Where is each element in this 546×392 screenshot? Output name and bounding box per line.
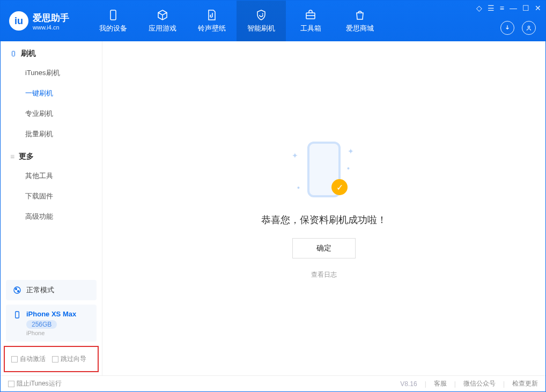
svg-point-6 [18, 291, 19, 292]
user-icon [525, 24, 533, 32]
success-message: 恭喜您，保资料刷机成功啦！ [261, 213, 387, 226]
tab-apps-games[interactable]: 应用游戏 [138, 1, 187, 41]
main-content: ✦ • ✦ • ✓ 恭喜您，保资料刷机成功啦！ 确定 查看日志 [102, 41, 545, 375]
nav-tabs: 我的设备 应用游戏 铃声壁纸 智能刷机 工具箱 爱思商城 [88, 1, 385, 41]
auto-activate-checkbox[interactable]: 自动激活 [11, 354, 46, 364]
titlebar-controls: ◇ ☰ ≡ — ☐ ✕ [476, 4, 541, 12]
device-mode-card[interactable]: 正常模式 [6, 280, 97, 300]
device-mode-label: 正常模式 [26, 285, 54, 295]
svg-point-2 [528, 26, 530, 28]
minimize-icon[interactable]: — [510, 4, 517, 12]
settings-icon[interactable]: ☰ [488, 4, 495, 12]
device-icon [107, 9, 120, 21]
shirt-icon[interactable]: ◇ [476, 4, 482, 12]
customer-service-link[interactable]: 客服 [434, 379, 447, 388]
device-small-icon [10, 50, 17, 57]
ok-button[interactable]: 确定 [292, 238, 356, 258]
toolbox-icon [304, 9, 317, 21]
tab-store[interactable]: 爱思商城 [335, 1, 385, 41]
sidebar-item-batch-flash[interactable]: 批量刷机 [1, 124, 102, 144]
sparkle-icon: • [347, 164, 350, 173]
version-label: V8.16 [400, 380, 417, 388]
download-icon [504, 24, 511, 32]
skip-guide-checkbox[interactable]: 跳过向导 [52, 354, 86, 364]
tab-smart-flash[interactable]: 智能刷机 [237, 1, 286, 41]
check-update-link[interactable]: 检查更新 [512, 379, 538, 388]
logo-area: iu 爱思助手 www.i4.cn [1, 11, 78, 31]
sidebar-item-other-tools[interactable]: 其他工具 [1, 166, 102, 186]
device-name: iPhone XS Max [26, 310, 76, 318]
sidebar: 刷机 iTunes刷机 一键刷机 专业刷机 批量刷机 ≡ 更多 其他工具 下载固… [1, 41, 102, 375]
shield-refresh-icon [255, 9, 268, 21]
highlighted-checkbox-row: 自动激活 跳过向导 [4, 346, 99, 372]
tab-toolbox[interactable]: 工具箱 [286, 1, 335, 41]
music-file-icon [205, 9, 218, 21]
sidebar-item-itunes-flash[interactable]: iTunes刷机 [1, 63, 102, 83]
tab-ringtones-wallpapers[interactable]: 铃声壁纸 [187, 1, 237, 41]
sidebar-item-oneclick-flash[interactable]: 一键刷机 [1, 83, 102, 103]
mode-icon [12, 285, 22, 295]
block-itunes-checkbox[interactable]: 阻止iTunes运行 [8, 379, 62, 388]
sidebar-item-advanced[interactable]: 高级功能 [1, 206, 102, 227]
account-button[interactable] [522, 21, 536, 35]
app-header: iu 爱思助手 www.i4.cn 我的设备 应用游戏 铃声壁纸 智能刷机 工具… [1, 1, 545, 41]
phone-icon [12, 310, 22, 320]
header-right-actions [500, 21, 536, 35]
sparkle-icon: • [297, 183, 300, 192]
maximize-icon[interactable]: ☐ [522, 4, 529, 12]
wechat-link[interactable]: 微信公众号 [463, 379, 496, 388]
sparkle-icon: ✦ [292, 151, 298, 160]
sidebar-group-flash: 刷机 [1, 41, 102, 63]
app-logo-icon: iu [9, 11, 28, 31]
svg-point-5 [16, 289, 17, 290]
sidebar-item-download-firmware[interactable]: 下载固件 [1, 186, 102, 206]
tab-my-device[interactable]: 我的设备 [88, 1, 138, 41]
app-subtitle: www.i4.cn [33, 24, 69, 31]
bag-icon [353, 9, 366, 21]
app-title: 爱思助手 [33, 12, 69, 24]
close-icon[interactable]: ✕ [535, 4, 541, 12]
svg-rect-0 [110, 10, 116, 20]
device-info-card[interactable]: iPhone XS Max 256GB iPhone [6, 305, 97, 342]
svg-rect-3 [12, 51, 15, 56]
view-log-link[interactable]: 查看日志 [311, 270, 337, 279]
svg-point-4 [14, 287, 20, 293]
check-badge-icon: ✓ [331, 179, 348, 195]
list-icon: ≡ [10, 152, 14, 161]
success-illustration: ✦ • ✦ • ✓ [286, 137, 361, 202]
device-storage: 256GB [26, 320, 57, 329]
download-button[interactable] [500, 21, 514, 35]
device-type: iPhone [26, 330, 76, 336]
sparkle-icon: ✦ [348, 147, 354, 156]
sidebar-group-more: ≡ 更多 [1, 144, 102, 166]
cube-icon [156, 9, 169, 21]
sidebar-item-pro-flash[interactable]: 专业刷机 [1, 103, 102, 124]
footer: 阻止iTunes运行 V8.16 | 客服 | 微信公众号 | 检查更新 [1, 375, 545, 391]
menu-icon[interactable]: ≡ [500, 4, 504, 12]
svg-rect-7 [16, 312, 19, 318]
